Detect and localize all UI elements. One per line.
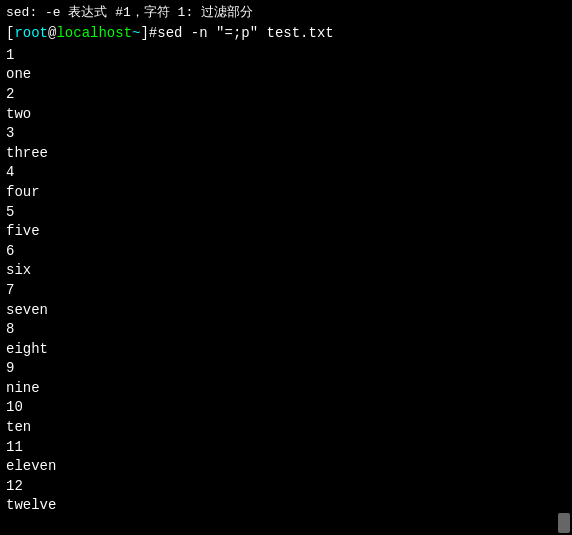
- terminal-window[interactable]: sed: -e 表达式 #1，字符 1: 过滤部分 [root@localhos…: [0, 0, 572, 535]
- output-line: 1: [6, 46, 566, 66]
- output-line: eight: [6, 340, 566, 360]
- output-line: 4: [6, 163, 566, 183]
- prompt-user: root: [14, 24, 48, 44]
- prompt-at: @: [48, 24, 56, 44]
- output-line: two: [6, 105, 566, 125]
- output-line: 2: [6, 85, 566, 105]
- prompt-host: localhost: [56, 24, 132, 44]
- prompt-line: [root@localhost ~]# sed -n "=;p" test.tx…: [6, 24, 566, 44]
- output-container: 1one2two3three4four5five6six7seven8eight…: [6, 46, 566, 516]
- prompt-bracket-close: ]: [140, 24, 148, 44]
- output-line: five: [6, 222, 566, 242]
- output-line: eleven: [6, 457, 566, 477]
- output-line: 5: [6, 203, 566, 223]
- output-line: 7: [6, 281, 566, 301]
- output-line: three: [6, 144, 566, 164]
- output-line: 11: [6, 438, 566, 458]
- output-line: 3: [6, 124, 566, 144]
- output-line: 9: [6, 359, 566, 379]
- scrollbar[interactable]: [558, 513, 570, 533]
- output-line: seven: [6, 301, 566, 321]
- output-line: 10: [6, 398, 566, 418]
- output-line: four: [6, 183, 566, 203]
- comment-text: sed: -e 表达式 #1，字符 1: 过滤部分: [6, 4, 253, 22]
- output-line: one: [6, 65, 566, 85]
- prompt-bracket-open: [: [6, 24, 14, 44]
- prompt-hash: #: [149, 24, 157, 44]
- output-line: nine: [6, 379, 566, 399]
- output-line: ten: [6, 418, 566, 438]
- output-line: 12: [6, 477, 566, 497]
- output-line: 8: [6, 320, 566, 340]
- output-line: twelve: [6, 496, 566, 516]
- prompt-path: ~: [132, 24, 140, 44]
- output-line: six: [6, 261, 566, 281]
- header-comment-line: sed: -e 表达式 #1，字符 1: 过滤部分: [6, 4, 566, 22]
- output-line: 6: [6, 242, 566, 262]
- prompt-command: sed -n "=;p" test.txt: [157, 24, 333, 44]
